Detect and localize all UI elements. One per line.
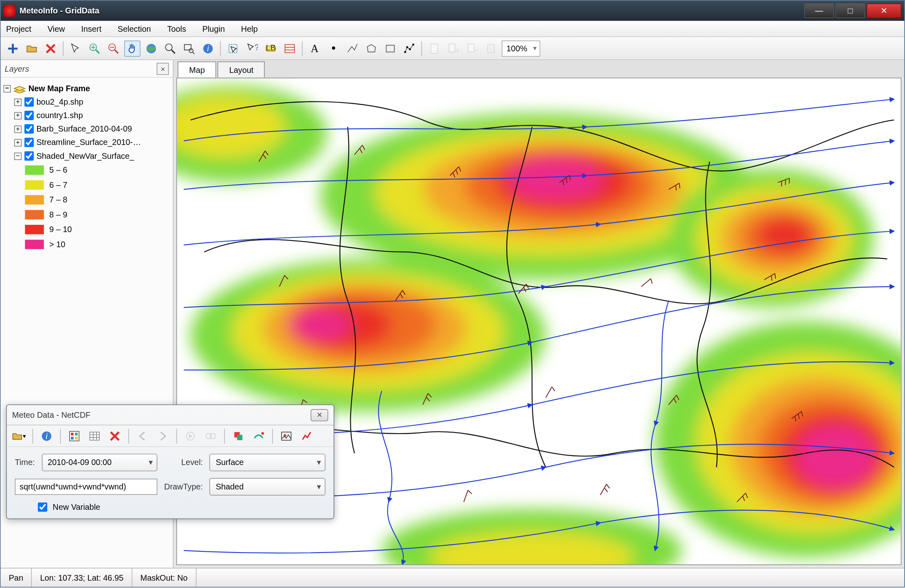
reshape-tool[interactable] xyxy=(401,40,417,57)
info-button[interactable]: i xyxy=(39,428,55,444)
layer-visible-checkbox[interactable] xyxy=(24,151,34,160)
menu-view[interactable]: View xyxy=(48,24,65,33)
legend-swatch xyxy=(25,240,44,249)
new-variable-checkbox[interactable] xyxy=(38,502,47,512)
layer-visible-checkbox[interactable] xyxy=(24,138,34,147)
dialog-titlebar[interactable]: Meteo Data - NetCDF ✕ xyxy=(7,405,334,426)
toolbar-separator xyxy=(272,428,273,443)
maximize-button[interactable]: □ xyxy=(835,3,865,18)
close-button[interactable]: ✕ xyxy=(866,3,901,18)
pan-tool[interactable] xyxy=(124,40,141,57)
minimize-button[interactable]: — xyxy=(804,3,834,18)
tab-label: Layout xyxy=(229,65,254,75)
zoom-out-tool[interactable] xyxy=(105,40,122,57)
table-button[interactable] xyxy=(86,428,103,444)
layer-node[interactable]: +bou2_4p.shp xyxy=(3,95,170,109)
fit-page-button xyxy=(483,40,499,57)
layer-node[interactable]: +Barb_Surface_2010-04-09 xyxy=(3,122,170,136)
drawtype-select[interactable]: Shaded xyxy=(210,478,325,496)
level-value: Surface xyxy=(216,458,244,467)
image-export-button[interactable] xyxy=(278,428,294,444)
meteo-data-dialog[interactable]: Meteo Data - NetCDF ✕ ▾ i Time: xyxy=(6,404,334,519)
view-tabs: Map Layout xyxy=(174,60,904,78)
grid-image-button[interactable] xyxy=(66,428,82,444)
svg-point-3 xyxy=(165,44,172,50)
svg-rect-57 xyxy=(75,437,78,439)
collapse-icon[interactable]: − xyxy=(3,85,11,92)
toolbar-separator xyxy=(128,428,129,443)
rectangle-tool[interactable] xyxy=(382,40,398,57)
legend-item: 7 – 8 xyxy=(25,193,170,207)
svg-rect-56 xyxy=(71,437,74,439)
dialog-close-button[interactable]: ✕ xyxy=(311,409,328,421)
status-maskout: MaskOut: No xyxy=(132,568,197,587)
expand-icon[interactable]: + xyxy=(14,139,22,146)
text-annotation-tool[interactable]: A xyxy=(307,40,323,57)
expand-icon[interactable]: + xyxy=(14,112,22,119)
next-button xyxy=(155,428,171,444)
layer-node[interactable]: +country1.shp xyxy=(3,109,170,122)
layer-node[interactable]: −Shaded_NewVar_Surface_ xyxy=(3,149,170,162)
select-features-tool[interactable] xyxy=(225,40,241,57)
legend-swatch xyxy=(25,165,44,175)
tab-layout[interactable]: Layout xyxy=(217,61,265,78)
menu-insert[interactable]: Insert xyxy=(81,24,101,33)
frame-icon xyxy=(13,84,26,93)
time-value: 2010-04-09 00:00 xyxy=(48,458,112,467)
tab-map[interactable]: Map xyxy=(178,61,216,78)
chart-button[interactable] xyxy=(299,428,315,444)
layer-name: Streamline_Surface_2010-… xyxy=(37,138,141,147)
meteo-data-button[interactable] xyxy=(281,40,298,57)
remove-button[interactable] xyxy=(107,428,123,444)
menu-project[interactable]: Project xyxy=(6,24,31,33)
toolbar-separator xyxy=(220,41,221,55)
window-title: MeteoInfo - GridData xyxy=(20,6,804,15)
full-extent-button[interactable] xyxy=(143,40,159,57)
zoom-select[interactable]: 100% xyxy=(502,40,540,57)
menu-help[interactable]: Help xyxy=(241,24,258,33)
legend-label: 7 – 8 xyxy=(49,195,67,204)
layers-close-button[interactable]: × xyxy=(157,62,169,75)
layer-visible-checkbox[interactable] xyxy=(24,124,34,134)
zoom-in-tool[interactable] xyxy=(86,40,103,57)
legend-swatch xyxy=(25,180,44,190)
open-button[interactable] xyxy=(24,40,40,57)
status-tool: Pan xyxy=(1,568,32,587)
pointer-tool[interactable] xyxy=(68,40,84,57)
legend-label: 8 – 9 xyxy=(49,210,67,219)
legend-label: 5 – 6 xyxy=(49,165,67,175)
zoom-page-out-button: − xyxy=(464,40,480,57)
formula-input[interactable]: sqrt(uwnd*uwnd+vwnd*vwnd) xyxy=(15,479,157,495)
svg-text:LB: LB xyxy=(266,43,276,52)
add-layer-button[interactable] xyxy=(5,40,21,57)
open-file-button[interactable]: ▾ xyxy=(11,428,27,444)
expand-icon[interactable]: + xyxy=(14,125,22,133)
menu-tools[interactable]: Tools xyxy=(167,24,186,33)
point-annotation-tool[interactable]: • xyxy=(325,40,342,57)
help-pointer-tool[interactable]: ? xyxy=(244,40,260,57)
time-select[interactable]: 2010-04-09 00:00 xyxy=(42,454,157,471)
level-select[interactable]: Surface xyxy=(210,454,325,471)
layer-visible-checkbox[interactable] xyxy=(24,111,34,120)
delete-button[interactable] xyxy=(42,40,59,57)
menu-selection[interactable]: Selection xyxy=(118,24,151,33)
zoom-page-in-button: + xyxy=(445,40,461,57)
menu-plugin[interactable]: Plugin xyxy=(202,24,225,33)
zoom-extent-tool[interactable] xyxy=(162,40,178,57)
polygon-tool[interactable] xyxy=(363,40,380,57)
zoom-rect-tool[interactable] xyxy=(181,40,197,57)
identify-tool[interactable]: i xyxy=(200,40,216,57)
zoom-value: 100% xyxy=(507,44,527,53)
layers-stack-button[interactable] xyxy=(230,428,246,444)
layer-node[interactable]: +Streamline_Surface_2010-… xyxy=(3,136,170,149)
collapse-icon[interactable]: − xyxy=(14,152,22,160)
polyline-tool[interactable] xyxy=(345,40,361,57)
expand-icon[interactable]: + xyxy=(14,98,22,105)
tab-label: Map xyxy=(189,65,205,75)
layer-visible-checkbox[interactable] xyxy=(24,97,34,107)
toolbar-separator xyxy=(60,428,61,443)
legend-item: 5 – 6 xyxy=(25,163,170,178)
streamline-button[interactable] xyxy=(250,428,267,444)
map-frame-node[interactable]: − New Map Frame xyxy=(3,82,170,95)
label-tool[interactable]: LB xyxy=(263,40,279,57)
